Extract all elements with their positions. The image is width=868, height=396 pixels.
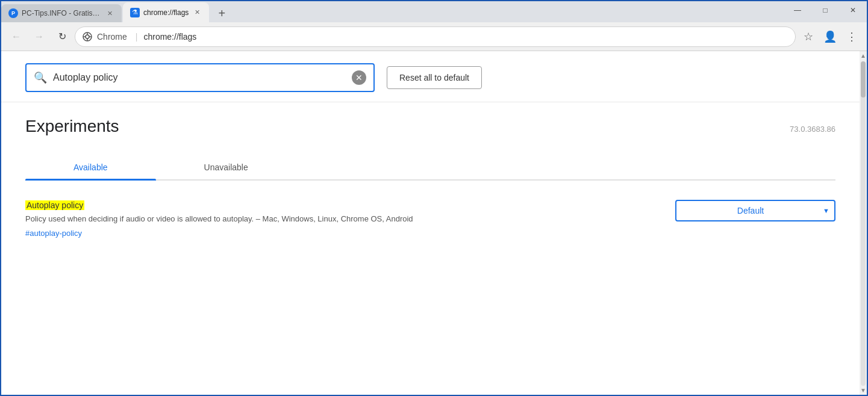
scroll-thumb[interactable]	[861, 61, 866, 97]
tab-unavailable[interactable]: Unavailable	[156, 155, 296, 179]
address-divider: |	[136, 32, 138, 42]
flag-anchor-link[interactable]: #autoplay-policy	[25, 229, 495, 238]
experiments-section: Experiments 73.0.3683.86 Available Unava…	[1, 102, 860, 271]
version-text: 73.0.3683.86	[790, 125, 835, 134]
tab-flags[interactable]: chrome://flags ✕	[123, 2, 209, 22]
maximize-button[interactable]: □	[811, 1, 839, 19]
main-content: 🔍 ✕ Reset all to default Experiments 73.…	[1, 51, 860, 395]
search-icon: 🔍	[34, 71, 47, 84]
pctips-icon: P	[8, 8, 18, 18]
tab-pctips[interactable]: P PC-Tips.INFO - Gratis computer t ✕	[1, 4, 122, 22]
flag-list: Autoplay policy Policy used when decidin…	[25, 181, 835, 257]
experiments-tabs: Available Unavailable	[25, 155, 835, 181]
experiments-title: Experiments	[25, 117, 119, 136]
profile-button[interactable]: 👤	[820, 26, 840, 47]
experiments-header: Experiments 73.0.3683.86	[25, 117, 835, 136]
reset-all-button[interactable]: Reset all to default	[387, 66, 482, 89]
navbar-right: ☆ 👤 ⋮	[798, 26, 862, 47]
scrollbar[interactable]: ▲ ▼	[860, 51, 867, 395]
page-content: 🔍 ✕ Reset all to default Experiments 73.…	[1, 51, 867, 395]
flag-info: Autoplay policy Policy used when decidin…	[25, 200, 495, 238]
menu-button[interactable]: ⋮	[841, 26, 862, 47]
flag-name: Autoplay policy	[25, 200, 84, 210]
search-box: 🔍 ✕	[25, 63, 375, 92]
address-bar[interactable]: Chrome |	[75, 26, 796, 47]
minimize-button[interactable]: —	[784, 1, 811, 19]
search-input[interactable]	[53, 72, 352, 83]
flag-control: Default No user gesture required User ge…	[675, 200, 835, 221]
tab-flags-close[interactable]: ✕	[192, 8, 202, 17]
flag-item-autoplay: Autoplay policy Policy used when decidin…	[25, 195, 835, 243]
back-button[interactable]: ←	[6, 26, 27, 47]
site-security-icon	[83, 32, 92, 42]
tab-pctips-close[interactable]: ✕	[105, 8, 114, 18]
scroll-track	[861, 61, 866, 386]
svg-point-1	[86, 35, 89, 39]
navbar: ← → ↻ Chrome | ☆ 👤 ⋮	[1, 22, 867, 51]
scroll-up-icon[interactable]: ▲	[860, 52, 866, 59]
tab-flags-label: chrome://flags	[143, 8, 189, 17]
site-name-text: Chrome	[97, 32, 127, 42]
tab-flags-favicon	[130, 8, 140, 17]
scroll-down-icon[interactable]: ▼	[860, 387, 866, 394]
flags-icon	[130, 8, 140, 17]
flag-description: Policy used when deciding if audio or vi…	[25, 213, 495, 225]
window-controls: — □ ✕	[784, 1, 867, 19]
titlebar: P PC-Tips.INFO - Gratis computer t ✕ chr…	[1, 1, 867, 22]
reload-button[interactable]: ↻	[52, 26, 72, 47]
tab-pctips-label: PC-Tips.INFO - Gratis computer t	[22, 9, 101, 17]
tab-available[interactable]: Available	[25, 155, 156, 179]
tab-pctips-favicon: P	[8, 8, 18, 18]
flag-select-wrapper: Default No user gesture required User ge…	[675, 200, 835, 221]
new-tab-button[interactable]: +	[213, 4, 231, 22]
tabs-bar: P PC-Tips.INFO - Gratis computer t ✕ chr…	[1, 2, 867, 22]
address-input[interactable]	[143, 32, 788, 42]
clear-search-button[interactable]: ✕	[352, 70, 366, 85]
close-button[interactable]: ✕	[839, 1, 867, 19]
browser-window: P PC-Tips.INFO - Gratis computer t ✕ chr…	[0, 0, 868, 396]
search-bar-section: 🔍 ✕ Reset all to default	[1, 51, 860, 102]
bookmark-button[interactable]: ☆	[798, 26, 819, 47]
forward-button[interactable]: →	[29, 26, 49, 47]
flag-select[interactable]: Default No user gesture required User ge…	[675, 200, 835, 221]
